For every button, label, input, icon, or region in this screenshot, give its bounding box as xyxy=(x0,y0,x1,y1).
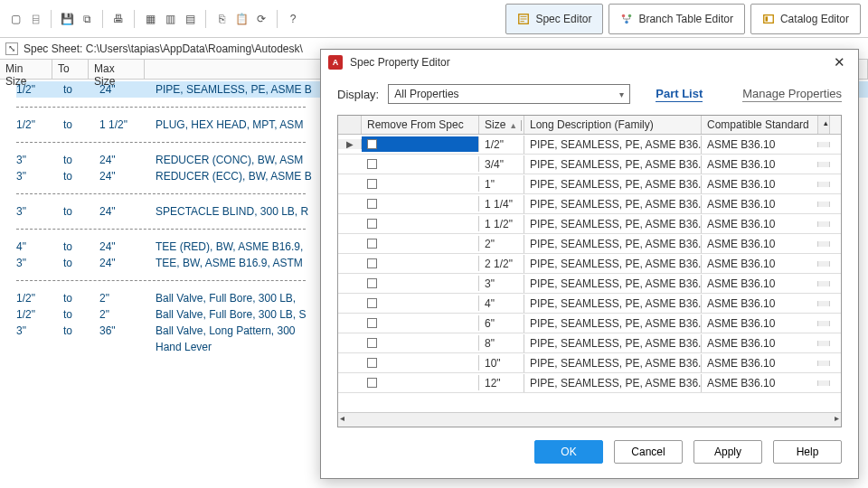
remove-cell[interactable] xyxy=(362,355,479,371)
grid-row[interactable]: 8"PIPE, SEAMLESS, PE, ASME B36.10, …ASME… xyxy=(338,333,841,353)
cancel-button[interactable]: Cancel xyxy=(614,440,683,464)
gridh-icon[interactable]: ▤ xyxy=(182,11,198,27)
paste-icon[interactable]: 📋 xyxy=(233,11,250,27)
save-icon[interactable]: 💾 xyxy=(59,11,75,27)
to: to xyxy=(63,308,99,321)
grid-row[interactable]: 1"PIPE, SEAMLESS, PE, ASME B36.10, …ASME… xyxy=(338,174,841,194)
remove-cell[interactable] xyxy=(362,196,479,211)
checkbox-icon[interactable] xyxy=(367,258,377,268)
vscroll-track[interactable] xyxy=(817,261,830,267)
vscroll-track[interactable] xyxy=(817,162,830,167)
col-compat-std[interactable]: Compatible Standard xyxy=(702,116,817,134)
tab-spec-editor[interactable]: Spec Editor xyxy=(505,4,603,34)
remove-cell[interactable] xyxy=(362,375,479,390)
checkbox-icon[interactable] xyxy=(367,179,377,189)
grid-row[interactable]: 3"PIPE, SEAMLESS, PE, ASME B36.10, …ASME… xyxy=(338,274,841,294)
vscroll-track[interactable] xyxy=(817,202,830,207)
col-long-desc[interactable]: Long Description (Family) xyxy=(524,116,702,134)
to: to xyxy=(63,257,99,269)
copy-icon[interactable]: ⎘ xyxy=(213,11,230,27)
grid-row[interactable]: 2 1/2"PIPE, SEAMLESS, PE, ASME B36.10, …… xyxy=(338,254,841,274)
grid-row[interactable]: 2"PIPE, SEAMLESS, PE, ASME B36.10, …ASME… xyxy=(338,234,841,254)
vscroll-track[interactable] xyxy=(817,281,830,286)
new-icon[interactable]: ▢ xyxy=(7,11,24,27)
grid-row[interactable]: 12"PIPE, SEAMLESS, PE, ASME B36.10, …ASM… xyxy=(338,373,841,393)
grid-row[interactable]: 4"PIPE, SEAMLESS, PE, ASME B36.10, …ASME… xyxy=(338,294,841,314)
open-icon[interactable]: ⌸ xyxy=(27,11,43,27)
checkbox-icon[interactable] xyxy=(367,378,377,388)
ok-button[interactable]: OK xyxy=(534,440,603,464)
tab-branch-table-editor[interactable]: Branch Table Editor xyxy=(609,4,745,34)
expand-icon[interactable]: ⤡ xyxy=(5,42,18,55)
vscroll-track[interactable] xyxy=(817,221,830,227)
checkbox-icon[interactable] xyxy=(367,278,377,288)
vscroll-track[interactable] xyxy=(817,142,830,147)
vscroll-track[interactable] xyxy=(817,182,830,187)
checkbox-icon[interactable] xyxy=(367,298,377,308)
checkbox-icon[interactable] xyxy=(367,358,377,368)
vscroll-track[interactable] xyxy=(817,380,830,386)
checkbox-icon[interactable] xyxy=(367,159,377,169)
grid-row[interactable]: 3/4"PIPE, SEAMLESS, PE, ASME B36.10, …AS… xyxy=(338,155,841,174)
max-size: 24" xyxy=(99,154,156,166)
col-max-size[interactable]: Max Size xyxy=(89,60,145,79)
horizontal-scrollbar[interactable] xyxy=(338,412,841,427)
std-cell: ASME B36.10 xyxy=(702,334,817,352)
remove-cell[interactable] xyxy=(362,335,479,351)
remove-cell[interactable] xyxy=(362,236,479,251)
spec-property-editor-dialog: A Spec Property Editor ✕ Display: All Pr… xyxy=(320,49,859,479)
app-icon: A xyxy=(328,55,343,70)
col-remove[interactable]: Remove From Spec xyxy=(362,116,479,134)
vscroll-track[interactable] xyxy=(817,241,830,247)
print-icon[interactable]: 🖶 xyxy=(110,11,127,27)
desc: Ball Valve, Long Pattern, 300 xyxy=(156,324,336,337)
remove-cell[interactable] xyxy=(362,276,479,291)
vscroll-track[interactable] xyxy=(817,301,830,306)
help-icon[interactable]: ? xyxy=(285,11,301,27)
close-icon[interactable]: ✕ xyxy=(828,52,851,72)
checkbox-icon[interactable] xyxy=(367,239,377,249)
to: to xyxy=(63,154,99,166)
grid-icon[interactable]: ▦ xyxy=(142,11,158,27)
vscroll-track[interactable] xyxy=(817,361,830,366)
remove-cell[interactable] xyxy=(362,256,479,271)
display-row: Display: All Properties ▾ Part List Mana… xyxy=(337,84,842,104)
tab-catalog-editor[interactable]: Catalog Editor xyxy=(750,4,861,34)
desc-cell: PIPE, SEAMLESS, PE, ASME B36.10, … xyxy=(524,295,702,313)
gridv-icon[interactable]: ▥ xyxy=(162,11,178,27)
col-min-size[interactable]: Min Size xyxy=(0,60,52,79)
manage-properties-link[interactable]: Manage Properties xyxy=(742,87,842,102)
remove-cell[interactable] xyxy=(362,176,479,192)
part-list-link[interactable]: Part List xyxy=(656,87,703,102)
separator xyxy=(205,10,206,28)
help-button[interactable]: Help xyxy=(773,440,842,464)
checkbox-icon[interactable] xyxy=(367,318,377,328)
saveall-icon[interactable]: ⧉ xyxy=(79,11,95,27)
grid-row[interactable]: 1 1/4"PIPE, SEAMLESS, PE, ASME B36.10, …… xyxy=(338,194,841,214)
editor-tabs: Spec Editor Branch Table Editor Catalog … xyxy=(505,4,861,34)
grid-row[interactable]: 10"PIPE, SEAMLESS, PE, ASME B36.10, …ASM… xyxy=(338,353,841,373)
checkbox-icon[interactable] xyxy=(367,338,377,348)
grid-row[interactable]: 6"PIPE, SEAMLESS, PE, ASME B36.10, …ASME… xyxy=(338,314,841,333)
apply-button[interactable]: Apply xyxy=(693,440,762,464)
remove-cell[interactable] xyxy=(362,296,479,311)
grid-row[interactable]: ▶1/2"PIPE, SEAMLESS, PE, ASME B36.10, …A… xyxy=(338,135,841,155)
checkbox-icon[interactable] xyxy=(367,139,377,149)
vscroll-track[interactable] xyxy=(817,341,830,346)
svg-point-1 xyxy=(622,14,626,18)
vscroll-track[interactable] xyxy=(817,321,830,326)
refresh-icon[interactable]: ⟳ xyxy=(253,11,269,27)
remove-cell[interactable] xyxy=(362,156,479,172)
vscroll-up-icon[interactable]: ▴ xyxy=(817,116,830,134)
grid-row[interactable]: 1 1/2"PIPE, SEAMLESS, PE, ASME B36.10, …… xyxy=(338,214,841,234)
toolbar-icons: ▢ ⌸ 💾 ⧉ 🖶 ▦ ▥ ▤ ⎘ 📋 ⟳ ? xyxy=(7,10,301,28)
col-size[interactable]: Size▲ xyxy=(479,116,524,134)
checkbox-icon[interactable] xyxy=(367,219,377,229)
remove-cell[interactable] xyxy=(362,136,479,152)
checkbox-icon[interactable] xyxy=(367,199,377,209)
col-to[interactable]: To xyxy=(52,60,89,79)
std-cell: ASME B36.10 xyxy=(702,235,817,253)
remove-cell[interactable] xyxy=(362,315,479,331)
remove-cell[interactable] xyxy=(362,216,479,231)
display-combo[interactable]: All Properties ▾ xyxy=(388,84,630,104)
